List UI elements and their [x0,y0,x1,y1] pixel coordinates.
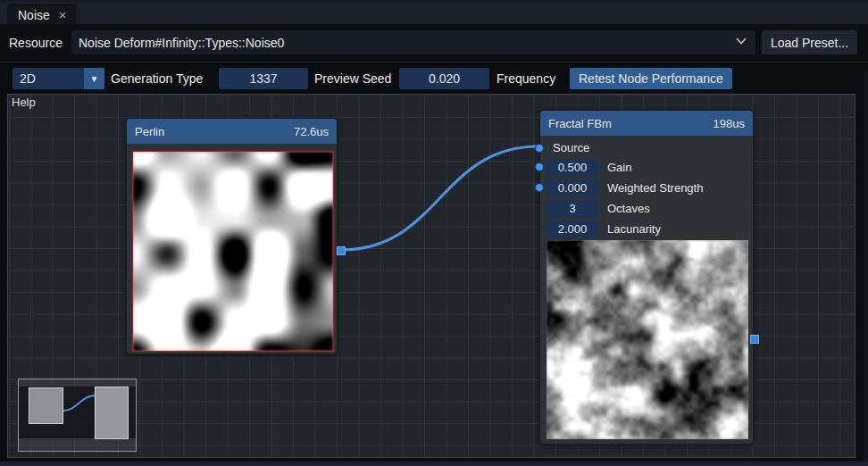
preview-seed-input[interactable]: 1337 [219,68,308,89]
fbm-gain-value: 0.500 [558,161,588,174]
dropdown-arrow-icon[interactable]: ▼ [84,68,104,89]
node-perlin-title: Perlin [135,125,164,138]
generation-type-label: Generation Type [111,68,203,89]
link-perlin-to-fbm [341,146,538,250]
fbm-noise-image [547,240,748,439]
fbm-gain-input-pin[interactable] [535,162,544,171]
resource-row: Resource Noise Deform#Infinity::Types::N… [0,24,868,61]
fbm-weighted-strength-input-pin[interactable] [535,183,544,192]
node-perlin-header[interactable]: Perlin 72.6us [127,119,337,144]
graph-minimap[interactable] [18,379,137,452]
fbm-octaves-input[interactable]: 3 [547,200,598,217]
frequency-value: 0.020 [429,71,460,86]
node-fbm-header[interactable]: Fractal FBm 198us [540,111,753,136]
tab-bar: Noise × [0,0,868,24]
resource-combo-value: Noise Deform#Infinity::Types::Noise0 [79,36,284,50]
fbm-weighted-strength-row: 0.000 Weighted Strength [547,179,703,196]
fbm-gain-input[interactable]: 0.500 [547,159,598,176]
minimap-node-perlin [29,387,63,424]
resource-combo[interactable]: Noise Deform#Infinity::Types::Noise0 [71,30,755,54]
dimension-combo[interactable]: 2D ▼ [13,68,104,89]
minimap-node-fbm [95,387,129,439]
fbm-lacunarity-label: Lacunarity [607,222,661,236]
generation-toolbar: 2D ▼ Generation Type 1337 Preview Seed 0… [0,62,868,94]
node-graph-canvas[interactable]: Help Perlin 72.6us Fractal FBm 198us Sou… [7,94,855,458]
fbm-lacunarity-input[interactable]: 2.000 [547,221,598,237]
preview-seed-label: Preview Seed [314,68,391,89]
help-menu[interactable]: Help [12,96,36,109]
fbm-lacunarity-value: 2.000 [558,222,588,236]
perlin-preview [132,151,334,352]
tab-noise[interactable]: Noise × [7,4,76,26]
node-perlin[interactable]: Perlin 72.6us [126,118,338,354]
fbm-weighted-strength-input[interactable]: 0.000 [547,179,598,196]
fbm-preview [547,240,748,439]
fbm-source-label: Source [553,141,589,154]
fbm-output-pin[interactable] [750,335,759,344]
perlin-output-pin[interactable] [337,246,346,255]
node-fbm-title: Fractal FBm [548,117,612,130]
fbm-gain-label: Gain [607,161,631,174]
fbm-octaves-value: 3 [569,202,575,215]
tab-title: Noise [18,8,50,22]
node-fbm-time: 198us [714,117,745,130]
fbm-octaves-label: Octaves [607,202,650,215]
fbm-octaves-row: 3 Octaves [547,200,650,217]
retest-performance-label: Retest Node Performance [579,71,723,86]
tab-close-icon[interactable]: × [59,8,67,21]
preview-seed-value: 1337 [249,71,277,86]
frequency-label: Frequency [497,68,555,89]
frequency-input[interactable]: 0.020 [399,68,489,89]
dimension-value: 2D [13,71,84,86]
window-bottom-strip [0,462,868,466]
load-preset-label: Load Preset... [771,36,848,50]
resource-label: Resource [9,24,63,61]
node-fractal-fbm[interactable]: Fractal FBm 198us Source 0.500 Gain 0.00… [539,110,754,445]
load-preset-button[interactable]: Load Preset... [762,30,857,54]
node-perlin-time: 72.6us [294,125,329,138]
fbm-weighted-strength-value: 0.000 [558,181,588,195]
window-right-strip [864,71,868,462]
fbm-lacunarity-row: 2.000 Lacunarity [547,221,661,237]
perlin-noise-image [133,152,333,351]
fbm-gain-row: 0.500 Gain [547,159,631,176]
chevron-down-icon [736,37,747,45]
fbm-source-input-pin[interactable] [535,144,544,153]
retest-performance-button[interactable]: Retest Node Performance [570,68,732,89]
fbm-weighted-strength-label: Weighted Strength [607,181,703,195]
